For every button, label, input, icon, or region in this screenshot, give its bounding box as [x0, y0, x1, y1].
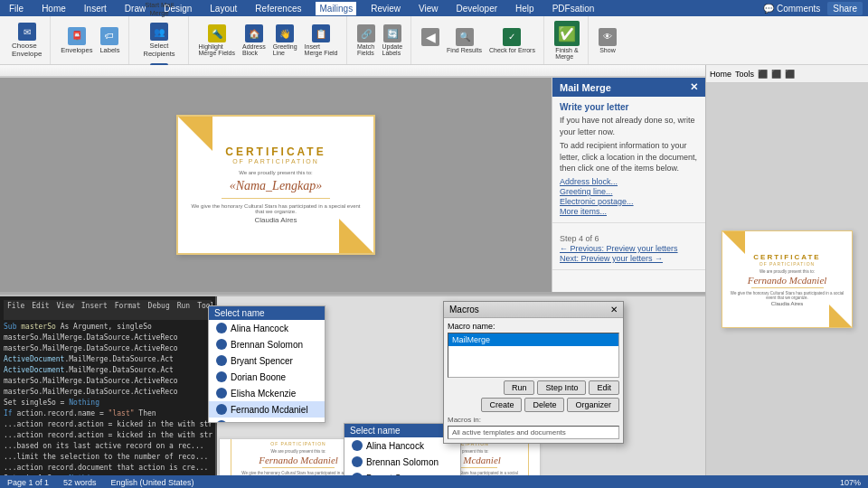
mail-merge-close-icon[interactable]: ✕: [690, 81, 698, 93]
cert-main-subtitle: OF PARTICIPATION: [232, 158, 319, 164]
macro-dialog-title-text: Macros: [449, 305, 479, 314]
greeting-line-button[interactable]: 👋 GreetingLine: [270, 23, 300, 58]
ribbon-tab-file[interactable]: File: [5, 2, 27, 15]
name-item-r-bryant[interactable]: Bryant Spencer: [344, 470, 460, 475]
status-language: English (United States): [111, 478, 194, 487]
write-letter-title: Write your letter: [560, 102, 698, 112]
labels-button[interactable]: 🏷 Labels: [97, 25, 122, 56]
cert-p1-line: [262, 467, 335, 468]
show-button[interactable]: 👁 Show: [596, 26, 619, 55]
ribbon-tab-review[interactable]: Review: [367, 2, 404, 15]
ribbon-tab-home[interactable]: Home: [38, 2, 70, 15]
macro-edit-button[interactable]: Edit: [589, 380, 619, 395]
envelopes-button[interactable]: 📮 Envelopes: [58, 25, 95, 56]
ruler: [0, 65, 705, 78]
macro-delete-button[interactable]: Delete: [524, 398, 564, 412]
macro-organizer-button[interactable]: Organizer: [567, 398, 619, 412]
cert-p1-body: We are proudly present this to:: [270, 449, 326, 454]
name-item-elisha[interactable]: Elisha Mckenzie: [209, 385, 325, 401]
ribbon-tab-pdfsation[interactable]: PDFsation: [549, 2, 599, 15]
name-item-alina[interactable]: Alina Hancock: [209, 320, 325, 336]
name-avatar-r-alina: [352, 440, 363, 451]
ribbon-tab-view[interactable]: View: [415, 2, 442, 15]
code-line-1: Sub masterSo As Argument, singleSo: [4, 322, 212, 333]
code-line-13: ...limit the selection to the number of …: [4, 452, 212, 463]
ribbon-tab-mailings[interactable]: Mailings: [316, 2, 356, 15]
ribbon-tab-help[interactable]: Help: [512, 2, 538, 15]
code-view-menu[interactable]: View: [57, 302, 74, 318]
code-debug-menu[interactable]: Debug: [148, 302, 170, 318]
update-labels-button[interactable]: 🔄 UpdateLabels: [380, 23, 406, 58]
cert-right-preview: CERTIFICATE OF PARTICIPATION We are prou…: [722, 230, 853, 328]
name-item-fernando[interactable]: Fernando Mcdaniel: [209, 401, 325, 418]
highlight-merge-fields-button[interactable]: 🔦 HighlightMerge Fields: [196, 23, 238, 58]
address-block-link[interactable]: Address block...: [560, 177, 698, 186]
certificate-main: CERTIFICATE OF PARTICIPATION We are prou…: [176, 115, 375, 255]
name-item-r-brennan[interactable]: Brennan Solomon: [344, 454, 460, 470]
finish-merge-button[interactable]: ✅ Finish &Merge: [552, 19, 582, 61]
name-item-dorian[interactable]: Dorian Boone: [209, 369, 325, 385]
name-item-brennan[interactable]: Brennan Solomon: [209, 336, 325, 352]
ribbon-tab-layout[interactable]: Layout: [206, 2, 241, 15]
name-avatar-r-brennan: [352, 456, 363, 467]
write-group: 🔦 HighlightMerge Fields 🏠 AddressBlock 👋…: [191, 16, 347, 64]
insert-merge-field-button[interactable]: 📋 InsertMerge Field: [302, 23, 341, 58]
finish-merge-icon: ✅: [554, 21, 580, 46]
code-line-10: ...action record.action = kicked in the …: [4, 419, 212, 430]
greeting-line-label: GreetingLine: [273, 43, 297, 56]
choose-envelope-button[interactable]: ✉ ChooseEnvelope: [9, 21, 44, 60]
ribbon-tab-references[interactable]: References: [251, 2, 305, 15]
show-icon: 👁: [599, 28, 617, 46]
more-items-link[interactable]: More items...: [560, 207, 698, 216]
prev-record-button[interactable]: ◀: [419, 26, 442, 55]
name-item-nathanael[interactable]: Nathanael Villarreal: [209, 418, 325, 423]
code-insert-menu[interactable]: Insert: [81, 302, 108, 318]
macros-in-value[interactable]: All active templates and documents: [448, 426, 619, 439]
address-block-button[interactable]: 🏠 AddressBlock: [240, 23, 269, 58]
macro-step-into-button[interactable]: Step Into: [537, 380, 586, 395]
name-item-bryant[interactable]: Bryant Spencer: [209, 352, 325, 369]
ribbon: File Home Insert Draw Design Layout Refe…: [0, 0, 868, 16]
macro-run-button[interactable]: Run: [504, 380, 535, 395]
code-file-menu[interactable]: File: [7, 302, 24, 318]
greeting-line-icon: 👋: [276, 24, 294, 42]
preview-group: ◀ 🔍 Find Results ✓ Check for Errors: [413, 16, 544, 64]
code-edit-menu[interactable]: Edit: [32, 302, 49, 318]
prev-record-icon: ◀: [421, 28, 439, 46]
match-fields-button[interactable]: 🔗 MatchFields: [354, 23, 378, 58]
find-results-button[interactable]: 🔍 Find Results: [444, 26, 485, 55]
comments-button[interactable]: 💬 Comments: [763, 4, 820, 14]
share-button[interactable]: Share: [827, 2, 863, 15]
macro-item-selected[interactable]: MailMerge: [448, 333, 618, 346]
right-toolbar-icon2[interactable]: ⬛: [771, 70, 781, 79]
macros-in-label: Macros in:: [448, 416, 481, 424]
prev-step-link[interactable]: ← Previous: Preview your letters: [560, 244, 698, 253]
right-toolbar-icon3[interactable]: ⬛: [785, 70, 795, 79]
status-zoom: 107%: [840, 478, 861, 487]
macro-create-button[interactable]: Create: [481, 398, 522, 412]
start-mail-merge-button[interactable]: 📄 Start MailMerge: [142, 0, 176, 19]
cert-right-corner-tl: [722, 231, 745, 254]
show-label: Show: [599, 47, 616, 53]
right-toolbar-home[interactable]: Home: [710, 70, 731, 79]
cert-right-name: Fernando Mcdaniel: [748, 275, 827, 286]
code-run-menu[interactable]: Run: [177, 302, 190, 318]
select-recipients-icon: 👥: [150, 23, 168, 41]
cert-p1-sub: OF PARTICIPATION: [270, 441, 326, 446]
select-recipients-button[interactable]: 👥 SelectRecipients: [141, 21, 178, 60]
macro-name-label: Macro name:: [448, 322, 619, 331]
mail-merge-title: Mail Merge: [560, 82, 611, 93]
step-info: Step 4 of 6: [560, 234, 698, 243]
cert-main-title: CERTIFICATE: [225, 145, 326, 158]
right-toolbar-tools[interactable]: Tools: [735, 70, 754, 79]
code-format-menu[interactable]: Format: [115, 302, 141, 318]
macro-dialog-close-icon[interactable]: ✕: [610, 305, 618, 314]
right-toolbar-icon1[interactable]: ⬛: [758, 70, 768, 79]
electronic-postage-link[interactable]: Electronic postage...: [560, 197, 698, 206]
check-errors-button[interactable]: ✓ Check for Errors: [486, 26, 538, 55]
greeting-line-link[interactable]: Greeting line...: [560, 187, 698, 196]
next-step-link[interactable]: Next: Preview your letters →: [560, 254, 698, 263]
cert-main-line: [222, 198, 330, 199]
ribbon-tab-insert[interactable]: Insert: [80, 2, 110, 15]
ribbon-tab-developer[interactable]: Developer: [452, 2, 501, 15]
